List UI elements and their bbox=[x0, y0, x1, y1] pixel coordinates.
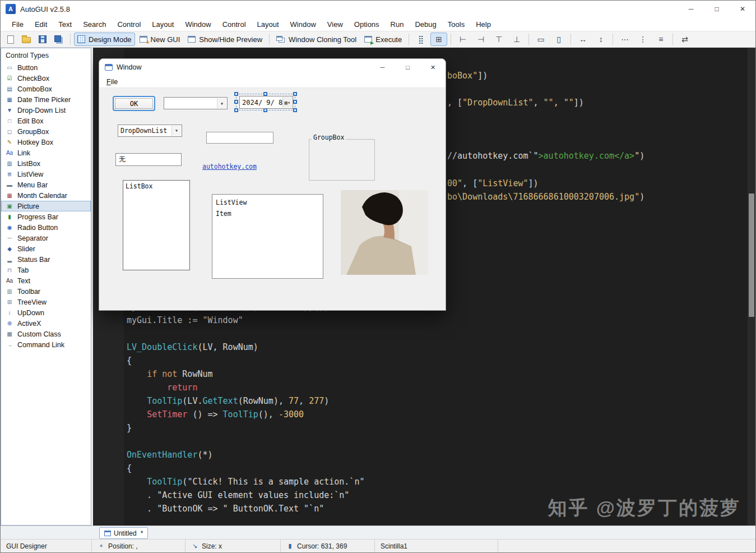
equal-spacing-button[interactable]: ≡ bbox=[652, 33, 669, 46]
control-type-drop-down-list[interactable]: ▼Drop-Down List bbox=[1, 105, 91, 116]
preview-ok-button[interactable]: OK bbox=[113, 96, 155, 111]
selection-handle[interactable] bbox=[234, 108, 238, 112]
align-left-button[interactable]: ⊢ bbox=[454, 33, 471, 46]
menu-item-search[interactable]: Search bbox=[77, 17, 112, 31]
snap-to-grid-button[interactable]: ⊞ bbox=[430, 33, 447, 46]
preview-groupbox[interactable]: GroupBox bbox=[309, 133, 375, 181]
control-type-menu-bar[interactable]: ▬Menu Bar bbox=[1, 179, 91, 190]
same-width-button[interactable]: ▭ bbox=[532, 33, 549, 46]
control-type-date-time-picker[interactable]: ▦Date Time Picker bbox=[1, 94, 91, 105]
new-gui-button[interactable]: New GUI bbox=[136, 33, 184, 46]
control-type-activex[interactable]: ⊕ActiveX bbox=[1, 318, 91, 329]
control-type-progress-bar[interactable]: ▮Progress Bar bbox=[1, 211, 91, 222]
preview-picture[interactable] bbox=[341, 190, 428, 275]
align-top-button[interactable]: ⊤ bbox=[490, 33, 507, 46]
menu-item-options[interactable]: Options bbox=[349, 17, 385, 31]
preview-link[interactable]: autohotkey.com bbox=[202, 163, 257, 170]
menu-item-layout[interactable]: Layout bbox=[146, 17, 179, 31]
tab-order-button[interactable]: ⇄ bbox=[676, 33, 693, 46]
design-mode-button[interactable]: Design Mode bbox=[74, 33, 135, 46]
menu-item-window-2[interactable]: Window bbox=[285, 17, 322, 31]
preview-listbox[interactable]: ListBox bbox=[123, 180, 190, 270]
control-type-groupbox[interactable]: ◻GroupBox bbox=[1, 126, 91, 137]
selection-handle[interactable] bbox=[293, 108, 297, 112]
preview-datetimepicker[interactable]: 2024/ 9/ 8 ▦▾ bbox=[239, 96, 293, 109]
selection-handle[interactable] bbox=[234, 100, 238, 104]
scrollbar-thumb[interactable] bbox=[749, 193, 754, 317]
preview-datetimepicker-selection[interactable]: 2024/ 9/ 8 ▦▾ bbox=[236, 94, 295, 110]
selection-handle[interactable] bbox=[263, 108, 267, 112]
preview-combobox[interactable]: ▾ bbox=[164, 97, 228, 109]
code-editor[interactable]: myGui.OnEvent("Close", (*) => ExitApp())… bbox=[91, 48, 755, 526]
preview-minimize-button[interactable]: ─ bbox=[370, 59, 395, 76]
menu-item-help[interactable]: Help bbox=[470, 17, 497, 31]
control-type-hotkey-box[interactable]: ✎Hotkey Box bbox=[1, 137, 91, 148]
selection-handle[interactable] bbox=[263, 92, 267, 96]
control-type-text[interactable]: AaText bbox=[1, 275, 91, 286]
menu-item-debug[interactable]: Debug bbox=[409, 17, 442, 31]
new-file-button[interactable] bbox=[4, 33, 17, 46]
control-type-slider[interactable]: ◆Slider bbox=[1, 243, 91, 254]
control-type-checkbox[interactable]: ☑CheckBox bbox=[1, 73, 91, 84]
control-type-listbox[interactable]: ▥ListBox bbox=[1, 158, 91, 169]
control-type-command-link[interactable]: →Command Link bbox=[1, 339, 91, 350]
minimize-button[interactable]: ─ bbox=[678, 1, 704, 17]
menu-item-tools[interactable]: Tools bbox=[442, 17, 470, 31]
control-type-toolbar[interactable]: ▥Toolbar bbox=[1, 286, 91, 297]
preview-hotkeybox[interactable]: 无 bbox=[115, 153, 182, 166]
control-type-month-calendar[interactable]: ▦Month Calendar bbox=[1, 190, 91, 201]
menu-item-text[interactable]: Text bbox=[53, 17, 77, 31]
execute-button[interactable]: Execute bbox=[361, 33, 405, 46]
preview-listview[interactable]: ListView Item bbox=[212, 194, 323, 279]
close-button[interactable]: ✕ bbox=[730, 1, 755, 17]
align-right-button[interactable]: ⊣ bbox=[472, 33, 489, 46]
preview-editbox[interactable] bbox=[206, 132, 273, 144]
control-type-treeview[interactable]: ⊞TreeView bbox=[1, 297, 91, 307]
control-type-combobox[interactable]: ▤ComboBox bbox=[1, 84, 91, 94]
control-type-button[interactable]: ▭Button bbox=[1, 62, 91, 73]
control-type-listview[interactable]: ≣ListView bbox=[1, 169, 91, 179]
editor-scrollbar[interactable] bbox=[748, 48, 755, 526]
align-bottom-button[interactable]: ⊥ bbox=[508, 33, 525, 46]
show-hide-preview-button[interactable]: Show/Hide Preview bbox=[184, 33, 266, 46]
control-type-separator[interactable]: ─Separator bbox=[1, 233, 91, 243]
control-type-custom-class[interactable]: ▩Custom Class bbox=[1, 329, 91, 339]
distribute-vertical-button[interactable]: ⋮ bbox=[634, 33, 651, 46]
menu-item-view[interactable]: View bbox=[322, 17, 349, 31]
preview-design-surface[interactable]: OK ▾ 2024/ 9/ 8 ▦▾ bbox=[99, 88, 446, 310]
preview-close-button[interactable]: ✕ bbox=[420, 59, 446, 76]
control-type-picture[interactable]: ▣Picture bbox=[1, 201, 91, 211]
menu-item-layout-2[interactable]: Layout bbox=[252, 17, 285, 31]
selection-handle[interactable] bbox=[234, 92, 238, 96]
maximize-button[interactable]: □ bbox=[704, 1, 730, 17]
menu-item-file[interactable]: File bbox=[6, 17, 29, 31]
calendar-dropdown-icon[interactable]: ▦▾ bbox=[282, 97, 292, 108]
preview-menu-file[interactable]: File bbox=[104, 78, 120, 86]
menu-item-run[interactable]: Run bbox=[385, 17, 410, 31]
tab-untitled[interactable]: Untitled * bbox=[99, 527, 148, 539]
window-cloning-tool-button[interactable]: Window Cloning Tool bbox=[273, 33, 360, 46]
selection-handle[interactable] bbox=[293, 100, 297, 104]
control-type-link[interactable]: AaLink bbox=[1, 148, 91, 158]
menu-item-window[interactable]: Window bbox=[179, 17, 216, 31]
menu-item-control-2[interactable]: Control bbox=[217, 17, 252, 31]
save-all-button[interactable] bbox=[51, 33, 67, 46]
menu-item-edit[interactable]: Edit bbox=[29, 17, 53, 31]
preview-title-bar[interactable]: Window ─□✕ bbox=[99, 59, 446, 76]
same-height-button[interactable]: ▯ bbox=[550, 33, 567, 46]
size-to-height-button[interactable]: ↕ bbox=[592, 33, 609, 46]
preview-dropdownlist[interactable]: DropDownList ▾ bbox=[118, 125, 182, 137]
menu-item-control[interactable]: Control bbox=[112, 17, 146, 31]
save-button[interactable] bbox=[35, 33, 50, 46]
control-type-status-bar[interactable]: ▂Status Bar bbox=[1, 254, 91, 265]
show-grid-button[interactable]: ⣿ bbox=[412, 33, 429, 46]
distribute-horizontal-button[interactable]: ⋯ bbox=[616, 33, 633, 46]
selection-handle[interactable] bbox=[293, 92, 297, 96]
size-to-width-button[interactable]: ↔ bbox=[574, 33, 591, 46]
control-type-radio-button[interactable]: ◉Radio Button bbox=[1, 222, 91, 233]
control-type-updown[interactable]: ↕UpDown bbox=[1, 307, 91, 318]
preview-maximize-button[interactable]: □ bbox=[395, 59, 420, 76]
control-type-tab[interactable]: ⊓Tab bbox=[1, 265, 91, 275]
open-file-button[interactable] bbox=[18, 33, 34, 46]
control-type-edit-box[interactable]: □Edit Box bbox=[1, 116, 91, 126]
